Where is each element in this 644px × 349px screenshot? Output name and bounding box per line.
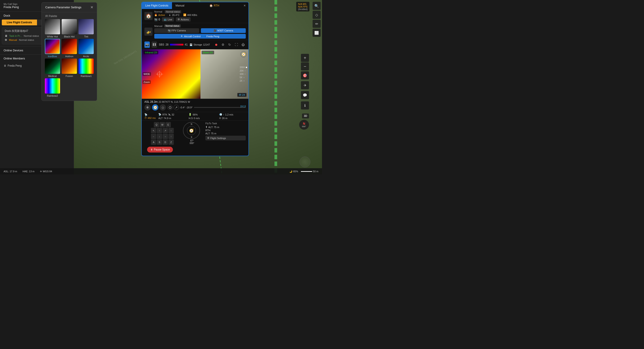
zoom-2x-dot	[243, 80, 245, 82]
palette-rainbow1[interactable]: Rainbow1	[78, 58, 94, 78]
chat-button[interactable]: 💬	[301, 91, 309, 99]
fp-key-up-4[interactable]: ↑	[168, 134, 174, 139]
fp-diamond-button[interactable]: ◇	[160, 104, 166, 110]
fp-wide-label[interactable]: WIDE	[142, 72, 151, 76]
fp-flight-settings-button[interactable]: ⚙ Flight Settings	[206, 136, 246, 140]
palette-black-hot[interactable]: Black Hot	[61, 19, 77, 38]
bb-coord-system: ✈ WGS 84	[40, 170, 52, 173]
fp-key-up-right[interactable]: ↗	[162, 128, 168, 133]
fp-key-d[interactable]: D	[162, 140, 168, 145]
fp-key-up-left[interactable]: ↖	[151, 128, 156, 133]
fp-key-up[interactable]: ↑	[157, 128, 162, 133]
fp-dock-stats: 🔥 Active 🌡 26.4°C 📶 400 KB/s	[154, 14, 246, 16]
palette-thumb-hotiron	[62, 39, 77, 54]
zoom-10x[interactable]: 10X	[240, 73, 247, 75]
rt-search-button[interactable]: 🔍	[312, 2, 321, 10]
fp-rth-button[interactable]: 🏠 RTH	[207, 4, 222, 7]
fp-tab-manual[interactable]: Manual	[172, 2, 188, 9]
fp-key-up-3[interactable]: ↑	[168, 128, 174, 133]
3d-button[interactable]: 3D	[302, 114, 309, 118]
location-button[interactable]: 🎯	[301, 71, 309, 80]
zoom-out-button[interactable]: −	[301, 62, 309, 70]
dock-title: Dock	[4, 14, 10, 17]
tab-live-flight[interactable]: Live Flight Controls	[2, 20, 37, 25]
zoom-20x[interactable]: 20X	[240, 70, 247, 72]
fp-dock-temp: 🌡 26.4°C	[168, 14, 180, 16]
fp-live-button[interactable]: 📺 Live	[162, 17, 174, 22]
fp-key-a[interactable]: A	[151, 140, 156, 145]
palette-fusion[interactable]: Fusion	[61, 58, 77, 78]
fp-key-e[interactable]: E	[166, 122, 171, 128]
rt-frame-button[interactable]: ⬜	[312, 29, 321, 37]
zoom-2x[interactable]: 2X	[240, 80, 247, 82]
sbs-val1: 28	[166, 43, 168, 46]
fp-fullscreen-button[interactable]: ⛶	[234, 42, 239, 47]
fp-video-area: Infrared 2X Zoom 2X WIDE Zoom 200X 20X 1…	[142, 49, 248, 99]
fp-zoom-mode-label[interactable]: Zoom	[142, 80, 151, 84]
settings-icon: ⚙	[5, 38, 7, 42]
fp-pause-row: ⏸ Pause Space	[142, 147, 248, 156]
fp-key-left[interactable]: ←	[151, 134, 156, 139]
fp-camera-icon-button[interactable]: 📷	[144, 42, 150, 48]
fp-pause-button[interactable]: ⏸ Pause Space	[147, 147, 173, 152]
fp-power-button[interactable]: ⏻	[240, 42, 246, 47]
zoom-in-button[interactable]: +	[301, 54, 309, 62]
fp-key-s[interactable]: S	[157, 140, 162, 145]
fp-key-down-alt[interactable]: ↓	[157, 134, 162, 139]
fp-key-z[interactable]: Z	[168, 140, 174, 145]
north-deg-label: 000°	[302, 126, 306, 128]
pause-label: Pause Space	[154, 148, 170, 151]
zoom-5x[interactable]: 5X	[240, 76, 247, 79]
palette-white-hot[interactable]: White Hot	[44, 19, 60, 38]
plane-button[interactable]: ✈	[301, 81, 309, 89]
pause-icon: ⏸	[150, 148, 153, 151]
fp-key-w[interactable]: W	[160, 122, 165, 128]
fp-key-q[interactable]: Q	[154, 122, 159, 128]
temp-val: 26.4°C	[172, 14, 180, 16]
fp-ir-zoom-button[interactable]: IR 2X	[237, 93, 247, 97]
actions-icon: ⚙	[178, 18, 180, 21]
fp-actions-button[interactable]: ⚙ Actions	[176, 17, 190, 22]
fp-tab-live[interactable]: Live Flight Controls	[142, 2, 172, 9]
palette-medical[interactable]: Medical	[44, 58, 60, 78]
fp-fpv-button[interactable]: 📷 FPV Camera	[154, 28, 199, 33]
palette-label-fusion: Fusion	[66, 75, 73, 78]
mini-compass	[300, 156, 310, 167]
palette-rainbow2[interactable]: Rainbow2	[44, 78, 60, 97]
right-toolbar: 🔍 ◇ ✏ ⬜	[311, 0, 322, 174]
palette-arctic[interactable]: Arctic	[78, 39, 94, 58]
rth-label: RTH	[214, 4, 219, 7]
settings-gear-icon: ⚙	[207, 136, 210, 140]
fp-dock-name: Normal Normal status	[154, 10, 246, 13]
fp-dock-row: 🏠 Normal Normal status 🔥 Active 🌡 26.4°C…	[142, 9, 248, 23]
fp-key-right[interactable]: →	[162, 134, 168, 139]
palette-label-white-hot: White Hot	[47, 35, 58, 38]
manual-label: Manual	[9, 38, 17, 41]
dialog-close-button[interactable]: ✕	[90, 5, 93, 10]
fp-compass-button[interactable]: 🧭	[152, 104, 158, 110]
info-button[interactable]: ℹ	[301, 102, 309, 110]
palette-grid: White Hot Black Hot Tint IronBow	[42, 19, 97, 97]
fp-record-button[interactable]: ⏺	[214, 42, 219, 47]
palette-hotiron[interactable]: HotIron	[61, 39, 77, 58]
rt-pen-button[interactable]: ✏	[312, 20, 321, 28]
zoom-200x[interactable]: 200X	[240, 66, 247, 69]
rt-diamond-button[interactable]: ◇	[312, 11, 321, 19]
fp-video-icon-button[interactable]: 🎞	[152, 42, 157, 48]
fp-refresh-icon-button[interactable]: ↻	[227, 42, 232, 47]
palette-ironbow[interactable]: IronBow	[44, 39, 60, 58]
fp-infrared-label: Infrared 2X	[144, 51, 158, 54]
north-n-label: N	[302, 122, 306, 126]
fp-settings-icon-button[interactable]: ⚙	[220, 42, 226, 47]
fp-flight-controls: Q W E ↖ ↑ ↗ ↑ ← ↓ → ↑ A S D Z	[142, 120, 248, 147]
fp-compass-heading: 87° 000°	[183, 140, 201, 144]
fp-snowflake-button[interactable]: ❄	[144, 104, 151, 110]
palette-tint[interactable]: Tint	[78, 19, 94, 38]
fp-close-button[interactable]: ✕	[241, 2, 248, 9]
dock-status-badge: Normal status	[165, 10, 182, 13]
fp-m30t-camera-button[interactable]: 🎥 M30T Camera	[201, 28, 246, 33]
fp-angle-indicators: ⊙ ↗ -0.4° -18.9°	[167, 105, 192, 110]
fp-time-value: 19:13	[240, 105, 246, 108]
fp-aircraft-button[interactable]: ✈ Aircraft Control 👤 Freda Peng	[154, 34, 246, 38]
fp-record-count: 📷 0	[154, 17, 160, 22]
